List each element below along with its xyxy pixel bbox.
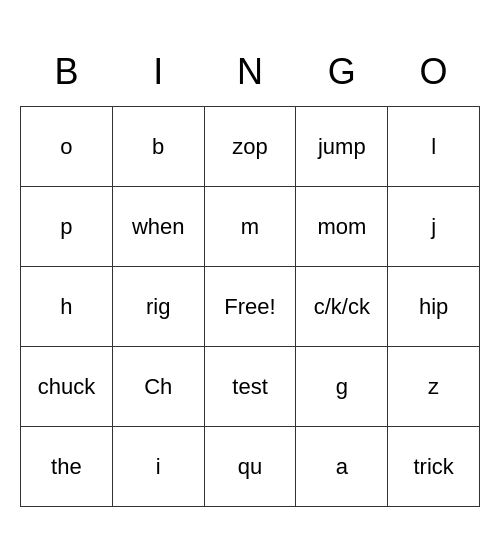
table-row: chuckChtestgz (21, 347, 480, 427)
header-cell: B (21, 37, 113, 107)
table-cell: trick (388, 427, 480, 507)
table-row: obzopjumpl (21, 107, 480, 187)
table-cell: rig (112, 267, 204, 347)
table-cell: i (112, 427, 204, 507)
table-cell: c/k/ck (296, 267, 388, 347)
header-cell: O (388, 37, 480, 107)
table-cell: z (388, 347, 480, 427)
table-cell: a (296, 427, 388, 507)
header-cell: I (112, 37, 204, 107)
table-cell: h (21, 267, 113, 347)
table-cell: the (21, 427, 113, 507)
header-cell: N (204, 37, 296, 107)
table-cell: qu (204, 427, 296, 507)
table-cell: j (388, 187, 480, 267)
table-cell: mom (296, 187, 388, 267)
table-cell: Ch (112, 347, 204, 427)
bingo-table: BINGO obzopjumplpwhenmmomjhrigFree!c/k/c… (20, 37, 480, 508)
table-cell: test (204, 347, 296, 427)
header-cell: G (296, 37, 388, 107)
table-row: hrigFree!c/k/ckhip (21, 267, 480, 347)
table-cell: o (21, 107, 113, 187)
table-cell: b (112, 107, 204, 187)
table-cell: hip (388, 267, 480, 347)
table-cell: when (112, 187, 204, 267)
header-row: BINGO (21, 37, 480, 107)
table-cell: m (204, 187, 296, 267)
table-cell: jump (296, 107, 388, 187)
table-cell: zop (204, 107, 296, 187)
table-cell: l (388, 107, 480, 187)
table-cell: Free! (204, 267, 296, 347)
table-cell: p (21, 187, 113, 267)
table-cell: g (296, 347, 388, 427)
table-cell: chuck (21, 347, 113, 427)
table-row: theiquatrick (21, 427, 480, 507)
table-row: pwhenmmomj (21, 187, 480, 267)
bingo-card: BINGO obzopjumplpwhenmmomjhrigFree!c/k/c… (20, 37, 480, 508)
